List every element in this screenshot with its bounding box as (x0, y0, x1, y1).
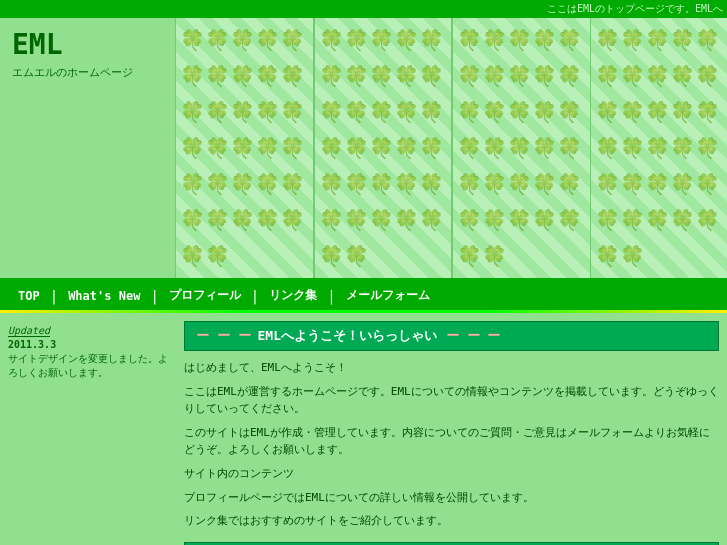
updated-text: サイトデザインを変更しました。よろしくお願いします。 (8, 352, 176, 380)
section1-para-4: プロフィールページではEMLについての詳しい情報を公開しています。 (184, 489, 719, 507)
section1-para-5: リンク集ではおすすめのサイトをご紹介しています。 (184, 512, 719, 530)
top-bar: ここはEMLのトップページです。EMLへ (0, 0, 727, 18)
header: EML エムエルのホームページ 🍀🍀🍀🍀🍀🍀🍀🍀🍀🍀🍀🍀🍀🍀🍀🍀🍀🍀🍀🍀🍀🍀🍀🍀… (0, 18, 727, 281)
nav-div-3: | (251, 288, 259, 304)
shamrock-pattern-4: 🍀🍀🍀🍀🍀🍀🍀🍀🍀🍀🍀🍀🍀🍀🍀🍀🍀🍀🍀🍀🍀🍀🍀🍀🍀🍀🍀🍀🍀🍀🍀🍀 (591, 18, 728, 278)
deco-left: ー ー ー (195, 328, 250, 343)
section1-title: EMLへようこそ！いらっしゃい (257, 328, 436, 343)
header-banner-3: 🍀🍀🍀🍀🍀🍀🍀🍀🍀🍀🍀🍀🍀🍀🍀🍀🍀🍀🍀🍀🍀🍀🍀🍀🍀🍀🍀🍀🍀🍀🍀🍀 (452, 18, 591, 278)
sidebar-updated: Updated 2011.3.3 サイトデザインを変更しました。よろしくお願いし… (8, 321, 176, 382)
nav-div-1: | (50, 288, 58, 304)
nav-mailform[interactable]: メールフォーム (336, 285, 440, 306)
section1-para-2: このサイトはEMLが作成・管理しています。内容についてのご質問・ご意見はメールフ… (184, 424, 719, 459)
top-bar-text: ここはEMLのトップページです。EMLへ (547, 3, 723, 14)
shamrock-pattern-1: 🍀🍀🍀🍀🍀🍀🍀🍀🍀🍀🍀🍀🍀🍀🍀🍀🍀🍀🍀🍀🍀🍀🍀🍀🍀🍀🍀🍀🍀🍀🍀🍀 (176, 18, 313, 278)
nav-top[interactable]: TOP (8, 287, 50, 305)
nav-div-4: | (327, 288, 335, 304)
section1-para-1: ここはEMLが運営するホームページです。EMLについての情報やコンテンツを掲載し… (184, 383, 719, 418)
sidebar: Updated 2011.3.3 サイトデザインを変更しました。よろしくお願いし… (8, 321, 176, 545)
updated-date: 2011.3.3 (8, 339, 176, 350)
deco-right: ー ー ー (445, 328, 500, 343)
navbar: TOP | What's New | プロフィール | リンク集 | メールフォ… (0, 281, 727, 310)
section1-para-3: サイト内のコンテンツ (184, 465, 719, 483)
nav-div-2: | (150, 288, 158, 304)
nav-profile[interactable]: プロフィール (159, 285, 251, 306)
main-layout: Updated 2011.3.3 サイトデザインを変更しました。よろしくお願いし… (0, 313, 727, 545)
header-banner-2: 🍀🍀🍀🍀🍀🍀🍀🍀🍀🍀🍀🍀🍀🍀🍀🍀🍀🍀🍀🍀🍀🍀🍀🍀🍀🍀🍀🍀🍀🍀🍀🍀 (314, 18, 453, 278)
header-banner-1: 🍀🍀🍀🍀🍀🍀🍀🍀🍀🍀🍀🍀🍀🍀🍀🍀🍀🍀🍀🍀🍀🍀🍀🍀🍀🍀🍀🍀🍀🍀🍀🍀 (175, 18, 314, 278)
content: ー ー ー EMLへようこそ！いらっしゃい ー ー ー はじめまして、EMLへよ… (184, 321, 719, 545)
section1-content: はじめまして、EMLへようこそ！ ここはEMLが運営するホームページです。EML… (184, 359, 719, 530)
nav-links[interactable]: リンク集 (259, 285, 327, 306)
site-title: EML (12, 28, 163, 61)
nav-whats-new[interactable]: What's New (58, 287, 150, 305)
header-logo: EML エムエルのホームページ (0, 18, 175, 278)
shamrock-pattern-3: 🍀🍀🍀🍀🍀🍀🍀🍀🍀🍀🍀🍀🍀🍀🍀🍀🍀🍀🍀🍀🍀🍀🍀🍀🍀🍀🍀🍀🍀🍀🍀🍀 (453, 18, 590, 278)
updated-label: Updated (8, 325, 50, 337)
section1-header: ー ー ー EMLへようこそ！いらっしゃい ー ー ー (184, 321, 719, 351)
shamrock-pattern-2: 🍀🍀🍀🍀🍀🍀🍀🍀🍀🍀🍀🍀🍀🍀🍀🍀🍀🍀🍀🍀🍀🍀🍀🍀🍀🍀🍀🍀🍀🍀🍀🍀 (315, 18, 452, 278)
site-subtitle: エムエルのホームページ (12, 65, 163, 80)
section1-para-0: はじめまして、EMLへようこそ！ (184, 359, 719, 377)
header-banner-4: 🍀🍀🍀🍀🍀🍀🍀🍀🍀🍀🍀🍀🍀🍀🍀🍀🍀🍀🍀🍀🍀🍀🍀🍀🍀🍀🍀🍀🍀🍀🍀🍀 (591, 18, 728, 278)
